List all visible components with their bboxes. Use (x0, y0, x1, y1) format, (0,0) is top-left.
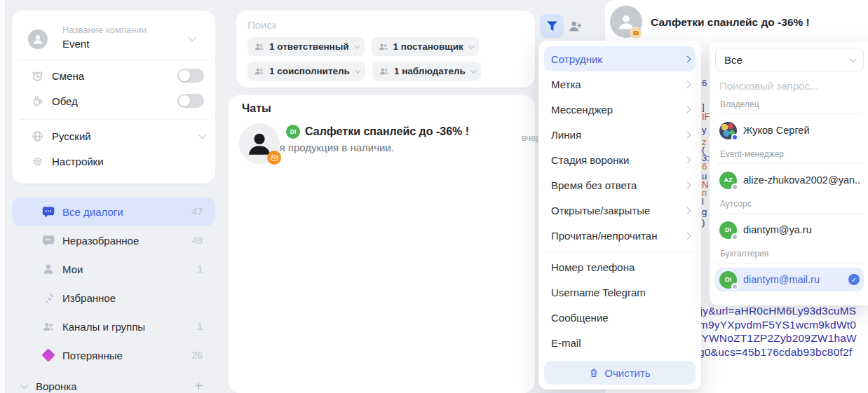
divider (715, 163, 864, 164)
text-fragment: g (702, 207, 707, 216)
chat-text: DI Салфетки спанлейс до -36% ! Вся проду… (286, 123, 469, 153)
avatar: DI (719, 221, 737, 239)
menu-item-label: Мессенджер (551, 104, 613, 116)
chip-co-executor[interactable]: 1 соисполнитель (247, 62, 365, 81)
filter-chips: 1 ответственный 1 постановщик 1 соисполн… (247, 37, 524, 81)
chip-label: 1 постановщик (393, 41, 463, 52)
check-icon: ✓ (848, 274, 860, 285)
chevron-right-icon (684, 81, 691, 88)
employee-row[interactable]: DI diantym@ya.ru (715, 218, 864, 242)
menu-item-label: Время без ответа (551, 179, 637, 191)
nav-count: 1 (197, 321, 203, 332)
shift-toggle[interactable] (177, 69, 204, 83)
menu-item-messenger[interactable]: Мессенджер (544, 97, 696, 122)
menu-item-label: Сообщение (551, 312, 609, 324)
select-value: Все (724, 54, 742, 66)
employee-row-selected[interactable]: DI diantym@mail.ru ✓ (715, 268, 864, 291)
nav-label: Все диалоги (62, 206, 123, 218)
sidebar-profile-card: Название компании Event Смена Обед Р (12, 11, 215, 184)
person-add-icon[interactable] (568, 19, 583, 34)
company-name: Event (62, 38, 89, 50)
nav-label: Избранное (62, 292, 116, 304)
chat-list-item[interactable]: DI Салфетки спанлейс до -36% ! Вся проду… (231, 118, 532, 171)
chevron-right-icon (684, 232, 691, 239)
chevron-down-icon (355, 67, 360, 73)
chevron-right-icon (684, 131, 691, 138)
status-dot (731, 134, 738, 141)
avatar-initials: DI (725, 276, 731, 283)
menu-item-read-unread[interactable]: Прочитан/непрочитан (544, 223, 696, 248)
group-label: Event-менеджер (720, 149, 864, 159)
chip-responsible[interactable]: 1 ответственный (247, 37, 365, 56)
menu-item-employee[interactable]: Сотрудник (544, 46, 696, 71)
sidebar-item-channels-groups[interactable]: Каналы и группы 1 (12, 312, 215, 340)
employee-name: alize-zhukova2002@yan... (743, 174, 860, 186)
menu-item-tag[interactable]: Метка (544, 71, 696, 97)
menu-item-label: Прочитан/непрочитан (551, 230, 657, 242)
divider (19, 119, 208, 120)
clear-filters-button[interactable]: Очистить (544, 361, 696, 385)
employee-submenu-panel: Все Владелец Жуков Сергей Event-менеджер… (710, 42, 868, 305)
chip-label: 1 ответственный (269, 41, 349, 52)
text-fragment: l (702, 197, 704, 206)
chats-heading: Чаты (242, 102, 271, 115)
filter-button[interactable] (540, 14, 564, 38)
settings-label: Настройки (52, 156, 104, 167)
settings-row[interactable]: Настройки (12, 149, 215, 173)
search-input[interactable] (247, 19, 524, 31)
employee-name: diantym@mail.ru (743, 274, 820, 285)
menu-item-message[interactable]: Сообщение (544, 305, 696, 330)
lunch-toggle[interactable] (177, 94, 204, 108)
sidebar-item-lost[interactable]: Потерянные 26 (12, 341, 215, 369)
status-dot (731, 233, 738, 240)
envelope-icon (632, 29, 639, 36)
chevron-down-icon[interactable] (189, 34, 196, 41)
nav-count: 1 (197, 263, 203, 275)
envelope-icon (271, 154, 278, 162)
menu-item-label: Username Telegram (551, 287, 646, 298)
menu-item-line[interactable]: Линия (544, 122, 696, 147)
group-label: Аутсорс (720, 199, 864, 209)
sidebar-item-unsorted[interactable]: Неразобранное 48 (12, 226, 215, 254)
group-label: Бухгалтерия (720, 249, 864, 258)
menu-item-label: Сотрудник (551, 53, 602, 65)
chat-bubble-icon (42, 205, 55, 218)
chevron-right-icon (684, 55, 691, 62)
chat-preview: Вся продукция в наличии. (267, 142, 469, 153)
nav-label: Неразобранное (62, 235, 139, 247)
status-dot (731, 283, 738, 290)
sidebar-item-favorites[interactable]: Избранное (12, 284, 215, 312)
link-line: Sjy&url=aHR0cHM6Ly93d3cuMS (693, 304, 868, 318)
chevron-down-icon (20, 381, 28, 389)
employee-row[interactable]: Жуков Сергей (715, 118, 864, 142)
employee-name: diantym@ya.ru (743, 224, 812, 235)
menu-item-phone-number[interactable]: Номер телефона (544, 254, 696, 280)
chip-task-setter[interactable]: 1 постановщик (372, 37, 479, 56)
menu-item-funnel-stage[interactable]: Стадия воронки (544, 147, 696, 172)
chat-unsorted-icon (42, 234, 55, 247)
language-row[interactable]: Русский (12, 124, 215, 148)
add-funnel-button[interactable]: + (194, 379, 203, 393)
menu-item-time-without-answer[interactable]: Время без ответа (544, 172, 696, 198)
sidebar-item-all-dialogs[interactable]: Все диалоги 47 (12, 198, 215, 226)
chevron-down-icon (198, 131, 206, 139)
person-icon (42, 263, 55, 275)
sidebar-nav: Все диалоги 47 Неразобранное 48 Мои 1 Из… (12, 198, 215, 370)
chip-label: 1 соисполнитель (269, 66, 350, 76)
sidebar-item-mine[interactable]: Мои 1 (12, 255, 215, 283)
lunch-toggle-row: Обед (12, 89, 215, 113)
employee-row[interactable]: AZ alize-zhukova2002@yan... (715, 168, 864, 192)
employee-search-input[interactable] (719, 80, 860, 92)
sidebar-funnel-row[interactable]: Воронка + (12, 375, 215, 393)
avatar: AZ (719, 172, 737, 189)
chip-observer[interactable]: 1 наблюдатель (372, 62, 481, 81)
menu-item-email[interactable]: E-mail (544, 330, 696, 355)
text-fragment: 6 (702, 162, 707, 171)
avatar (719, 122, 737, 139)
employee-filter-select[interactable]: Все (715, 48, 864, 71)
divider (19, 60, 208, 60)
gear-icon (32, 156, 43, 167)
menu-item-username-telegram[interactable]: Username Telegram (544, 280, 696, 305)
avatar: DI (719, 271, 737, 289)
menu-item-open-closed[interactable]: Открытые/закрытые (544, 198, 696, 223)
